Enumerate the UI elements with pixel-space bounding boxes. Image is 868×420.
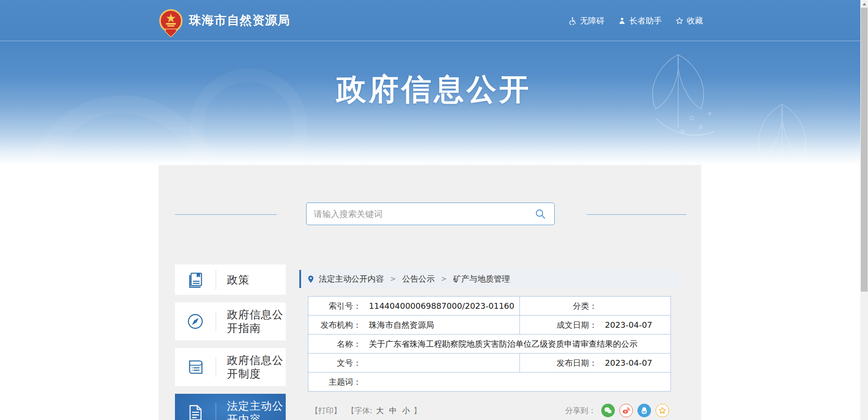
breadcrumb-item[interactable]: 公告公示 [402, 274, 435, 284]
star-icon [675, 17, 684, 25]
national-emblem-logo [159, 9, 183, 37]
publish-date-value: 2023-04-07 [597, 358, 652, 368]
content-card: 政策 政府信息公开指南 [159, 165, 701, 420]
breadcrumb: 法定主动公开内容 > 公告公示 > 矿产与地质管理 [299, 270, 680, 288]
font-size-medium-button[interactable]: 中 [387, 406, 399, 416]
share-label: 分享到： [565, 406, 596, 416]
favorite-link[interactable]: 收藏 [675, 15, 703, 26]
agency-value: 珠海市自然资源局 [361, 320, 434, 330]
doc-number-label: 文号： [308, 358, 361, 368]
article-toolbar: 【打印】 【字体: 大 中 小 】 分享到： [299, 404, 680, 417]
elder-assistant-label: 长者助手 [629, 15, 662, 26]
index-number-value: 114404000069887000/2023-01160 [361, 301, 514, 311]
font-size-suffix: 】 [414, 406, 421, 416]
sidebar-item-statutory-disclosure[interactable]: 法定主动公开内容 [175, 394, 286, 420]
keywords-label: 主题词： [308, 377, 361, 387]
sidebar-item-label: 政府信息公开指南 [216, 308, 286, 335]
weibo-icon [622, 406, 631, 415]
top-utility-links: 无障碍 长者助手 收藏 [569, 0, 703, 41]
search-input[interactable] [314, 209, 533, 219]
document-icon [186, 403, 205, 420]
scrollbar-thumb[interactable] [861, 8, 868, 292]
search-icon [534, 208, 546, 220]
share-qq-button[interactable] [637, 404, 651, 417]
breadcrumb-separator: > [439, 275, 450, 283]
search-button[interactable] [533, 207, 547, 221]
elder-assistant-icon [618, 17, 626, 25]
publish-date-label: 发布日期： [520, 358, 597, 368]
book-icon [186, 270, 205, 289]
font-size-prefix: 【字体: [347, 406, 373, 416]
doc-title-label: 名称： [308, 339, 361, 349]
share-weibo-button[interactable] [619, 404, 633, 417]
qq-icon [640, 406, 649, 415]
up-arrow-icon [863, 3, 866, 5]
sidebar-item-info-rules[interactable]: 政府信息公开制度 [175, 348, 286, 386]
sidebar-item-label: 政策 [216, 273, 286, 287]
wechat-icon [604, 406, 613, 415]
breadcrumb-item[interactable]: 矿产与地质管理 [453, 274, 510, 284]
doc-title-value: 关于广东省珠海工程勘察院地质灾害防治单位乙级资质申请审查结果的公示 [361, 339, 637, 349]
written-date-value: 2023-04-07 [597, 320, 652, 330]
table-row: 发布机构： 珠海市自然资源局 成文日期： 2023-04-07 [308, 316, 671, 335]
agency-label: 发布机构： [308, 320, 361, 330]
sidebar-item-policy[interactable]: 政策 [175, 264, 286, 295]
table-row: 主题词： [308, 373, 671, 392]
favorite-label: 收藏 [687, 15, 703, 26]
qzone-star-icon [658, 406, 667, 415]
rules-icon [186, 358, 205, 377]
search-decorative-line-left [175, 214, 277, 215]
document-meta-table: 索引号： 114404000069887000/2023-01160 分类： 发… [308, 296, 671, 392]
search-decorative-line-right [587, 214, 686, 215]
accessibility-label: 无障碍 [580, 15, 604, 26]
vertical-scrollbar[interactable] [860, 0, 868, 420]
sidebar-item-label: 法定主动公开内容 [216, 399, 286, 420]
sidebar-item-label: 政府信息公开制度 [216, 354, 286, 381]
location-pin-icon [307, 275, 315, 283]
scrollbar-up-button[interactable] [860, 0, 868, 8]
breadcrumb-separator: > [387, 275, 399, 283]
share-qzone-button[interactable] [656, 404, 669, 417]
site-title: 珠海市自然资源局 [189, 12, 290, 28]
accessibility-icon [569, 17, 577, 25]
top-header-bar: 珠海市自然资源局 无障碍 长者助手 [0, 0, 868, 41]
page-title: 政府信息公开 [0, 69, 868, 110]
main-content: 法定主动公开内容 > 公告公示 > 矿产与地质管理 索引号： 114404000… [299, 270, 680, 417]
share-wechat-button[interactable] [601, 404, 615, 417]
print-button[interactable]: 【打印】 [311, 406, 341, 416]
breadcrumb-item[interactable]: 法定主动公开内容 [319, 274, 384, 284]
index-number-label: 索引号： [308, 301, 361, 311]
table-row: 索引号： 114404000069887000/2023-01160 分类： [308, 297, 671, 316]
table-row: 名称： 关于广东省珠海工程勘察院地质灾害防治单位乙级资质申请审查结果的公示 [308, 335, 671, 354]
page-banner: 政府信息公开 [0, 41, 868, 165]
table-row: 文号： 发布日期： 2023-04-07 [308, 354, 671, 373]
compass-icon [186, 312, 205, 331]
search-box [306, 203, 555, 225]
site-brand[interactable]: 珠海市自然资源局 [159, 6, 290, 34]
written-date-label: 成文日期： [520, 320, 597, 330]
sidebar-item-info-guide[interactable]: 政府信息公开指南 [175, 302, 286, 340]
sidebar-nav: 政策 政府信息公开指南 [175, 264, 286, 420]
font-size-large-button[interactable]: 大 [374, 406, 386, 416]
font-size-small-button[interactable]: 小 [401, 406, 412, 416]
accessibility-link[interactable]: 无障碍 [569, 15, 604, 26]
elder-assistant-link[interactable]: 长者助手 [618, 15, 662, 26]
category-label: 分类： [520, 301, 597, 311]
